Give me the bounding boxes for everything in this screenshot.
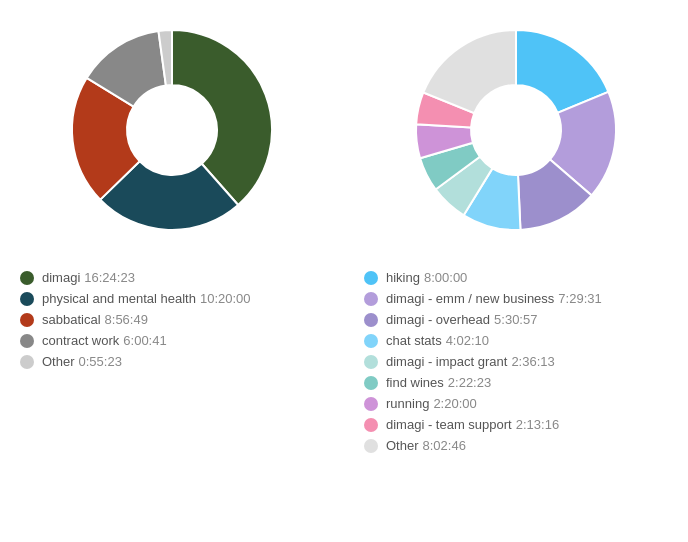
legend-time-text: 8:02:46 xyxy=(423,438,466,453)
legend-item: running 2:20:00 xyxy=(364,396,668,411)
right-donut-chart xyxy=(396,10,636,250)
legend-time-text: 2:22:23 xyxy=(448,375,491,390)
legend-time-text: 8:56:49 xyxy=(105,312,148,327)
legend-label-text: contract work xyxy=(42,333,119,348)
legend-label-text: hiking xyxy=(386,270,420,285)
legend-label-text: dimagi xyxy=(42,270,80,285)
legend-time-text: 2:13:16 xyxy=(516,417,559,432)
main-container: dimagi 16:24:23physical and mental healt… xyxy=(0,0,688,542)
left-donut-chart xyxy=(52,10,292,250)
legend-time-text: 2:36:13 xyxy=(511,354,554,369)
legend-item: dimagi - team support 2:13:16 xyxy=(364,417,668,432)
legend-label-text: Other xyxy=(42,354,75,369)
legend-color-dot xyxy=(20,271,34,285)
legend-color-dot xyxy=(364,397,378,411)
legend-label-text: find wines xyxy=(386,375,444,390)
legend-color-dot xyxy=(364,334,378,348)
legend-time-text: 4:02:10 xyxy=(446,333,489,348)
legend-time-text: 16:24:23 xyxy=(84,270,135,285)
legend-item: hiking 8:00:00 xyxy=(364,270,668,285)
legend-time-text: 5:30:57 xyxy=(494,312,537,327)
legend-label-text: running xyxy=(386,396,429,411)
legend-item: Other 8:02:46 xyxy=(364,438,668,453)
legend-label-text: dimagi - impact grant xyxy=(386,354,507,369)
legend-color-dot xyxy=(20,334,34,348)
legend-time-text: 2:20:00 xyxy=(433,396,476,411)
legend-color-dot xyxy=(20,313,34,327)
legend-item: dimagi - emm / new business 7:29:31 xyxy=(364,291,668,306)
legend-color-dot xyxy=(364,355,378,369)
legend-label-text: Other xyxy=(386,438,419,453)
legend-label-text: dimagi - overhead xyxy=(386,312,490,327)
right-legend: hiking 8:00:00dimagi - emm / new busines… xyxy=(344,270,688,459)
legend-item: Other 0:55:23 xyxy=(20,354,324,369)
legend-item: dimagi 16:24:23 xyxy=(20,270,324,285)
legend-color-dot xyxy=(364,292,378,306)
legend-color-dot xyxy=(364,418,378,432)
legend-item: dimagi - impact grant 2:36:13 xyxy=(364,354,668,369)
legend-label-text: dimagi - emm / new business xyxy=(386,291,554,306)
legend-color-dot xyxy=(364,439,378,453)
legend-item: chat stats 4:02:10 xyxy=(364,333,668,348)
legend-time-text: 8:00:00 xyxy=(424,270,467,285)
legend-time-text: 0:55:23 xyxy=(79,354,122,369)
legend-color-dot xyxy=(364,271,378,285)
left-legend: dimagi 16:24:23physical and mental healt… xyxy=(0,270,344,375)
legend-item: dimagi - overhead 5:30:57 xyxy=(364,312,668,327)
legend-time-text: 7:29:31 xyxy=(558,291,601,306)
legend-color-dot xyxy=(364,313,378,327)
legend-item: physical and mental health 10:20:00 xyxy=(20,291,324,306)
legend-item: contract work 6:00:41 xyxy=(20,333,324,348)
legend-color-dot xyxy=(364,376,378,390)
right-chart-section: hiking 8:00:00dimagi - emm / new busines… xyxy=(344,10,688,532)
legend-time-text: 6:00:41 xyxy=(123,333,166,348)
legend-label-text: physical and mental health xyxy=(42,291,196,306)
legend-color-dot xyxy=(20,292,34,306)
legend-item: sabbatical 8:56:49 xyxy=(20,312,324,327)
legend-time-text: 10:20:00 xyxy=(200,291,251,306)
legend-label-text: sabbatical xyxy=(42,312,101,327)
legend-label-text: chat stats xyxy=(386,333,442,348)
legend-item: find wines 2:22:23 xyxy=(364,375,668,390)
legend-label-text: dimagi - team support xyxy=(386,417,512,432)
legend-color-dot xyxy=(20,355,34,369)
left-chart-section: dimagi 16:24:23physical and mental healt… xyxy=(0,10,344,532)
